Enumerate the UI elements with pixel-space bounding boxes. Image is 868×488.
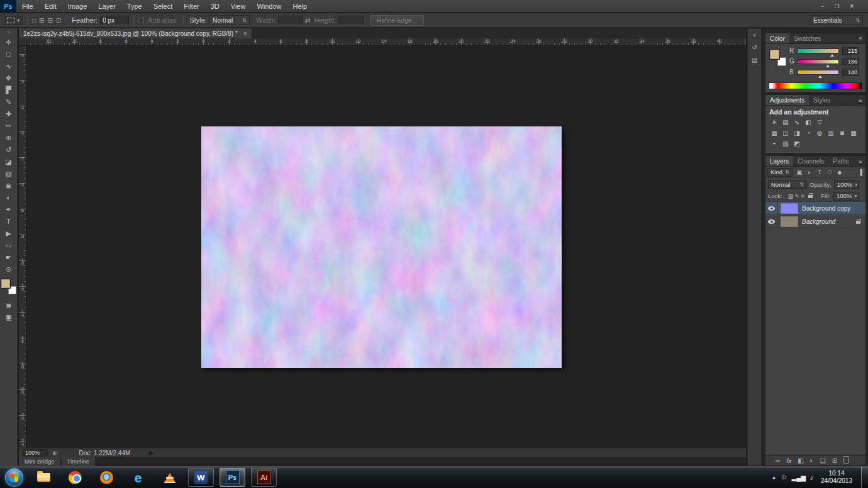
illustrator-taskbar-button[interactable]: Ai [251, 468, 277, 487]
menu-item[interactable]: Select [148, 0, 179, 13]
tab-close-icon[interactable]: × [243, 30, 247, 37]
canvas[interactable] [201, 126, 562, 368]
shape-tool[interactable]: ▭ [0, 240, 18, 252]
screen-mode-icon[interactable]: ▣ [0, 311, 18, 323]
lock-all-icon[interactable] [808, 195, 813, 198]
quick-selection-tool[interactable]: ❖ [0, 72, 18, 84]
bottom-tab[interactable]: Timeline [62, 457, 96, 466]
visibility-cell[interactable] [765, 202, 778, 214]
pen-tool[interactable]: ✒ [0, 204, 18, 216]
tool-preset-picker[interactable]: ▾ [4, 16, 23, 25]
layer-name[interactable]: Background [802, 218, 835, 225]
foreground-color-swatch[interactable] [1, 279, 10, 288]
intersect-selection-icon[interactable]: ⊡ [56, 17, 61, 24]
new-layer-icon[interactable]: ⊞ [832, 457, 837, 464]
ruler-origin[interactable] [19, 38, 26, 46]
quick-mask-icon[interactable]: ◙ [0, 299, 18, 311]
history-brush-tool[interactable]: ↺ [0, 144, 18, 156]
brightness-contrast-icon[interactable]: ☀ [769, 117, 780, 128]
slider-handle[interactable] [818, 75, 822, 78]
filter-adjustment-layers-icon[interactable]: ◐ [805, 169, 814, 175]
menu-item[interactable]: File [16, 0, 39, 13]
menu-item[interactable]: Type [121, 0, 148, 13]
channel-value-input[interactable]: 140 [842, 69, 859, 76]
swap-dimensions-icon[interactable]: ⇄ [304, 16, 310, 25]
vlc-taskbar-button[interactable] [157, 468, 182, 487]
move-tool[interactable]: ✛ [0, 36, 18, 48]
zoom-tool[interactable]: ⊙ [0, 263, 18, 275]
menu-item[interactable]: View [225, 0, 252, 13]
menu-item[interactable]: Filter [178, 0, 204, 13]
menu-item[interactable]: Layer [92, 0, 121, 13]
firefox-taskbar-button[interactable] [94, 468, 120, 487]
start-button[interactable] [5, 469, 23, 487]
filter-toggle-icon[interactable]: ▐ [859, 169, 864, 175]
workspace-switcher[interactable]: Essentials ⇅ [810, 15, 863, 25]
black-white-icon[interactable]: ◨ [791, 128, 803, 138]
style-dropdown[interactable]: Normal ⇅ [209, 15, 250, 25]
clock[interactable]: 10:14 24/04/2013 [821, 470, 852, 485]
tab-paths[interactable]: Paths [828, 156, 854, 166]
selective-color-icon[interactable]: ◩ [791, 138, 803, 149]
exposure-icon[interactable]: ◧ [803, 117, 814, 128]
layer-thumbnail[interactable] [781, 203, 798, 214]
spot-healing-brush-tool[interactable]: ✚ [0, 108, 18, 120]
curves-icon[interactable]: ∿ [791, 117, 803, 128]
layer-row-background-copy[interactable]: Background copy [765, 202, 865, 215]
channel-value-input[interactable]: 215 [842, 47, 859, 55]
add-selection-icon[interactable]: ⊞ [39, 17, 44, 24]
opacity-dropdown[interactable]: 100% ▾ [834, 180, 859, 189]
expand-dock-icon[interactable]: « [748, 29, 762, 42]
layer-name[interactable]: Background copy [802, 205, 850, 212]
panel-menu-icon[interactable]: ≡ [855, 33, 865, 43]
hue-saturation-icon[interactable]: ▦ [769, 128, 780, 138]
link-layers-icon[interactable]: ∞ [776, 457, 780, 464]
vertical-ruler[interactable]: 642024681012141618202224 [19, 46, 26, 448]
action-center-icon[interactable]: ⚐ [782, 474, 787, 481]
width-input[interactable] [278, 16, 303, 25]
minimize-icon[interactable]: ‒ [821, 0, 824, 13]
maximize-icon[interactable]: ❐ [834, 0, 839, 13]
vibrance-icon[interactable]: ▽ [814, 117, 825, 128]
explorer-taskbar-button[interactable] [31, 468, 57, 487]
clone-stamp-tool[interactable]: ⊕ [0, 132, 18, 144]
tab-color[interactable]: Color [765, 33, 789, 43]
filter-kind-dropdown[interactable]: Kind ⇅ [767, 168, 793, 177]
panel-menu-icon[interactable]: ≡ [855, 156, 865, 166]
blur-tool[interactable]: ◉ [0, 180, 18, 192]
properties-panel-icon[interactable]: ▤ [748, 54, 762, 67]
lock-transparency-icon[interactable]: ▨ [788, 193, 794, 199]
antialias-checkbox[interactable] [138, 18, 144, 23]
gradient-map-icon[interactable]: ▨ [780, 138, 791, 149]
subtract-selection-icon[interactable]: ⊟ [47, 17, 52, 24]
blend-mode-dropdown[interactable]: Normal ⇅ [768, 180, 807, 189]
show-hidden-icons[interactable]: ▲ [772, 475, 777, 480]
chrome-taskbar-button[interactable] [62, 468, 88, 487]
new-selection-icon[interactable]: □ [32, 17, 36, 24]
adjustment-layer-icon[interactable]: ◐ [810, 457, 814, 464]
filter-pixel-layers-icon[interactable]: ▣ [795, 169, 804, 175]
crop-tool[interactable]: ▛ [0, 84, 18, 96]
channel-mixer-icon[interactable]: ◍ [814, 128, 825, 138]
lock-position-icon[interactable]: ✛ [801, 193, 806, 199]
posterize-icon[interactable]: ▩ [848, 128, 859, 138]
zoom-level-input[interactable]: 100% [23, 449, 48, 457]
eraser-tool[interactable]: ◪ [0, 156, 18, 168]
channel-slider-track[interactable] [798, 48, 839, 53]
refine-edge-button[interactable]: Refine Edge... [370, 15, 423, 26]
eye-icon[interactable] [768, 206, 775, 211]
history-panel-icon[interactable]: ↺ [748, 42, 762, 54]
path-selection-tool[interactable]: ▶ [0, 228, 18, 240]
photo-filter-icon[interactable]: ◔ [803, 128, 814, 138]
type-tool[interactable]: T [0, 216, 18, 228]
rectangular-marquee-tool[interactable]: □ [0, 48, 18, 60]
close-icon[interactable]: ✕ [849, 0, 854, 13]
tab-adjustments[interactable]: Adjustments [765, 95, 809, 105]
volume-icon[interactable]: ♪ [810, 474, 813, 481]
foreground-color-swatch[interactable] [770, 50, 779, 59]
tab-swatches[interactable]: Swatches [789, 33, 825, 43]
delete-layer-icon[interactable] [843, 458, 849, 463]
lasso-tool[interactable]: ∿ [0, 60, 18, 72]
gradient-tool[interactable]: ▧ [0, 168, 18, 180]
document-tab[interactable]: 1e2zs-isq3y-z4b5j-615dv_800x533.jpg @ 10… [19, 28, 252, 38]
